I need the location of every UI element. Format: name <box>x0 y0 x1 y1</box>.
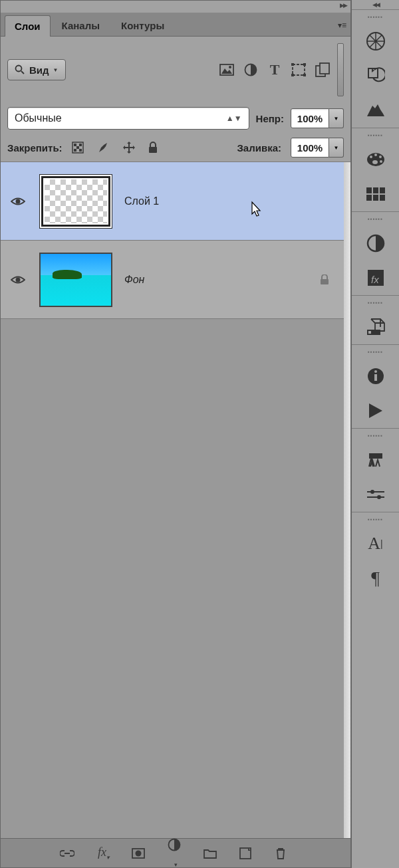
mask-icon[interactable] <box>132 848 148 859</box>
svg-rect-14 <box>74 144 76 146</box>
svg-point-0 <box>16 66 22 72</box>
tab-paths[interactable]: Контуры <box>111 15 174 36</box>
svg-line-1 <box>21 71 24 74</box>
svg-point-54 <box>377 495 381 499</box>
layer-filter-kind[interactable]: Вид ▼ <box>7 59 66 80</box>
shape-icon[interactable] <box>289 60 308 79</box>
svg-rect-48 <box>374 374 377 381</box>
svg-rect-37 <box>373 187 378 193</box>
svg-rect-39 <box>366 195 372 201</box>
layer-row[interactable]: Слой 1 <box>1 162 350 241</box>
play-icon[interactable] <box>362 397 389 424</box>
svg-point-20 <box>16 199 21 203</box>
svg-rect-16 <box>76 146 79 149</box>
panel-menu-icon[interactable]: ▾≡ <box>338 21 346 30</box>
layer-thumbnail[interactable] <box>39 253 112 307</box>
styles-icon[interactable]: fx <box>362 265 389 291</box>
brush-settings-icon[interactable] <box>362 481 389 508</box>
lock-icon[interactable] <box>320 274 329 285</box>
svg-marker-3 <box>221 68 232 74</box>
adjustment-icon[interactable]: ▾ <box>168 838 184 868</box>
opacity-label: Непр: <box>256 113 284 124</box>
grip-icon[interactable]: ▪▪▪▪▪▪ <box>368 516 383 522</box>
svg-rect-40 <box>373 195 378 201</box>
grip-icon[interactable]: ▪▪▪▪▪▪ <box>368 132 383 138</box>
svg-point-31 <box>370 156 372 158</box>
brushes-icon[interactable] <box>362 447 389 473</box>
grip-icon[interactable]: ▪▪▪▪▪▪ <box>368 349 383 355</box>
trash-icon[interactable] <box>275 847 291 859</box>
filter-label: Вид <box>29 64 49 76</box>
right-dock: ◀◀ ▪▪▪▪▪▪ ▪▪▪▪▪▪ ▪▪▪▪▪▪ <box>351 0 399 868</box>
svg-rect-17 <box>74 149 76 152</box>
color-icon[interactable] <box>362 146 389 173</box>
svg-rect-8 <box>303 63 306 66</box>
blend-mode-value: Обычные <box>15 112 62 124</box>
lock-brush-icon[interactable] <box>97 141 113 154</box>
layer-name[interactable]: Фон <box>124 274 144 286</box>
adjustments2-icon[interactable] <box>362 230 389 257</box>
svg-rect-22 <box>321 279 329 284</box>
scrollbar[interactable] <box>344 162 350 838</box>
fill-dropdown[interactable]: ▼ <box>329 138 344 158</box>
fill-input[interactable]: 100% <box>291 138 329 158</box>
grip-icon[interactable]: ▪▪▪▪▪▪ <box>368 300 383 306</box>
svg-point-4 <box>229 66 231 68</box>
lock-move-icon[interactable] <box>122 141 138 154</box>
image-icon[interactable] <box>217 60 236 79</box>
svg-point-52 <box>370 490 374 494</box>
svg-point-32 <box>374 154 377 156</box>
text-icon[interactable]: T <box>265 60 284 79</box>
3d-icon[interactable] <box>362 314 389 340</box>
lock-all-icon[interactable] <box>148 142 164 154</box>
character-icon[interactable]: A| <box>362 530 389 557</box>
tab-layers[interactable]: Слои <box>5 15 51 37</box>
layer-thumbnail[interactable] <box>39 174 112 229</box>
grip-icon[interactable]: ▪▪▪▪▪▪ <box>368 14 383 20</box>
svg-rect-12 <box>320 63 329 74</box>
histogram-icon[interactable] <box>362 97 389 124</box>
svg-point-24 <box>136 850 142 856</box>
layer-row[interactable]: Фон <box>1 241 350 319</box>
visibility-toggle[interactable] <box>9 275 27 284</box>
filter-toggle[interactable] <box>337 43 344 96</box>
swatches-icon[interactable] <box>362 181 389 207</box>
svg-text:fx: fx <box>371 274 379 285</box>
panel-tabs: Слои Каналы Контуры ▾≡ <box>1 13 350 37</box>
eye-icon <box>11 275 25 284</box>
link-icon[interactable] <box>60 849 76 857</box>
grip-icon[interactable]: ▪▪▪▪▪▪ <box>368 216 383 222</box>
circle-half-icon[interactable] <box>241 60 260 79</box>
grip-icon[interactable]: ▪▪▪▪▪▪ <box>368 433 383 439</box>
svg-rect-10 <box>303 74 306 76</box>
new-layer-icon[interactable] <box>239 847 255 859</box>
fill-label: Заливка: <box>237 142 281 154</box>
svg-point-33 <box>379 156 382 158</box>
eye-icon <box>11 197 25 206</box>
paragraph-icon[interactable]: ¶ <box>362 565 389 592</box>
layer-name[interactable]: Слой 1 <box>124 195 159 207</box>
history-icon[interactable] <box>362 62 389 89</box>
visibility-toggle[interactable] <box>9 197 27 206</box>
group-icon[interactable] <box>203 848 219 859</box>
lock-label: Закрепить: <box>7 142 63 154</box>
opacity-input[interactable]: 100% <box>291 108 329 128</box>
expand-icon[interactable]: ◀◀ <box>372 0 379 9</box>
chevron-down-icon: ▼ <box>53 67 59 73</box>
smartobj-icon[interactable] <box>313 60 332 79</box>
bottom-toolbar: fx▾ ▾ <box>1 838 350 867</box>
svg-rect-7 <box>291 63 294 66</box>
blend-mode-select[interactable]: Обычные ▲▼ <box>7 107 249 130</box>
svg-point-34 <box>380 160 382 163</box>
fx-icon[interactable]: fx▾ <box>96 845 112 861</box>
collapse-icon[interactable]: ▶▶ <box>340 2 346 11</box>
opacity-dropdown[interactable]: ▼ <box>329 108 344 128</box>
lock-pixels-icon[interactable] <box>72 142 88 154</box>
svg-rect-36 <box>366 187 372 193</box>
search-icon <box>15 64 25 75</box>
tab-channels[interactable]: Каналы <box>52 15 110 36</box>
info-icon[interactable] <box>362 363 389 389</box>
cursor-icon <box>248 201 264 219</box>
navigator-icon[interactable] <box>362 28 389 54</box>
svg-point-28 <box>374 40 377 43</box>
